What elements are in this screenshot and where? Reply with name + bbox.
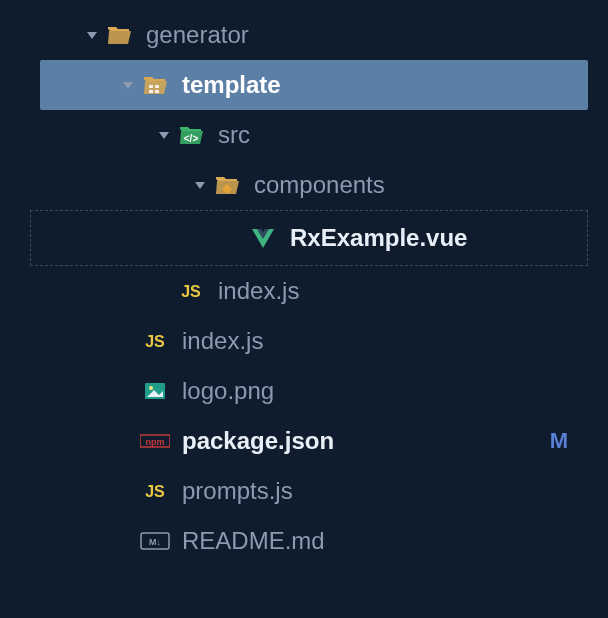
svg-text:JS: JS	[145, 333, 165, 350]
tree-item-index-js[interactable]: JSindex.js	[0, 316, 608, 366]
tree-item-label: RxExample.vue	[290, 224, 467, 252]
svg-text:npm: npm	[146, 437, 165, 447]
tree-item-label: logo.png	[182, 377, 274, 405]
tree-item-label: template	[182, 71, 281, 99]
tree-item-components[interactable]: components	[0, 160, 608, 210]
tree-item-label: components	[254, 171, 385, 199]
folder-src-icon: </>	[176, 120, 206, 150]
svg-rect-4	[149, 90, 153, 93]
file-tree: generator template </> src components Rx…	[0, 10, 608, 566]
folder-template-icon	[140, 70, 170, 100]
svg-marker-8	[195, 182, 205, 189]
tree-item-label: README.md	[182, 527, 325, 555]
svg-marker-0	[87, 32, 97, 39]
tree-item-src[interactable]: </> src	[0, 110, 608, 160]
tree-item-label: generator	[146, 21, 249, 49]
tree-item-prompts-js[interactable]: JSprompts.js	[0, 466, 608, 516]
js-icon: JS	[140, 476, 170, 506]
svg-text:JS: JS	[181, 283, 201, 300]
svg-text:JS: JS	[145, 483, 165, 500]
vcs-status-badge: M	[550, 428, 568, 454]
chevron-down-icon[interactable]	[152, 123, 176, 147]
image-icon	[140, 376, 170, 406]
svg-text:M↓: M↓	[149, 537, 161, 547]
chevron-down-icon[interactable]	[80, 23, 104, 47]
svg-rect-3	[155, 85, 159, 88]
tree-item-label: package.json	[182, 427, 334, 455]
tree-item-label: prompts.js	[182, 477, 293, 505]
tree-item-index-js[interactable]: JSindex.js	[0, 266, 608, 316]
folder-open-icon	[104, 20, 134, 50]
svg-point-15	[149, 386, 153, 390]
svg-text:</>: </>	[184, 133, 199, 144]
js-icon: JS	[140, 326, 170, 356]
tree-item-template[interactable]: template	[40, 60, 588, 110]
tree-item-label: index.js	[182, 327, 263, 355]
js-icon: JS	[176, 276, 206, 306]
svg-rect-2	[149, 85, 153, 88]
svg-rect-5	[155, 90, 159, 93]
npm-icon: npm	[140, 426, 170, 456]
tree-item-label: index.js	[218, 277, 299, 305]
tree-item-label: src	[218, 121, 250, 149]
md-icon: M↓	[140, 526, 170, 556]
tree-item-readme-md[interactable]: M↓ README.md	[0, 516, 608, 566]
tree-item-generator[interactable]: generator	[0, 10, 608, 60]
tree-item-package-json[interactable]: npm package.jsonM	[0, 416, 608, 466]
svg-marker-1	[123, 82, 133, 89]
tree-item-rxexample-vue[interactable]: RxExample.vue	[30, 210, 588, 266]
chevron-down-icon[interactable]	[188, 173, 212, 197]
tree-item-logo-png[interactable]: logo.png	[0, 366, 608, 416]
chevron-down-icon[interactable]	[116, 73, 140, 97]
svg-marker-6	[159, 132, 169, 139]
folder-comp-icon	[212, 170, 242, 200]
vue-icon	[248, 223, 278, 253]
